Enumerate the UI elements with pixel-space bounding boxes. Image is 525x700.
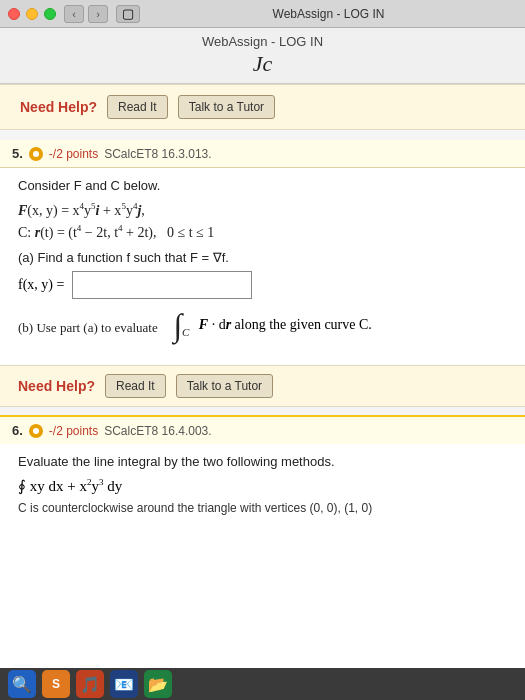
read-it-button-p5[interactable]: Read It bbox=[105, 374, 166, 398]
integral-subscript: C bbox=[182, 326, 189, 338]
problem-5-dot bbox=[29, 147, 43, 161]
f-label: f(x, y) = bbox=[18, 277, 64, 293]
vector-field-line: F(x, y) = x4y5i + x5y4j, bbox=[18, 201, 507, 219]
problem-6-body: Evaluate the line integral by the two fo… bbox=[0, 444, 525, 525]
problem-5-number: 5. bbox=[12, 146, 23, 161]
dock-icon-app2[interactable]: 📧 bbox=[110, 670, 138, 698]
site-subtitle: Jc bbox=[0, 51, 525, 77]
problem-6-header: 6. -/2 points SCalcET8 16.4.003. bbox=[0, 415, 525, 444]
curve-line: C: r(t) = (t4 − 2t, t4 + 2t), 0 ≤ t ≤ 1 bbox=[18, 223, 507, 241]
title-text: WebAssign - LOG IN bbox=[273, 7, 385, 21]
traffic-lights bbox=[8, 8, 56, 20]
dock-icon-finder[interactable]: 🔍 bbox=[8, 670, 36, 698]
close-button[interactable] bbox=[8, 8, 20, 20]
problem-5-intro: Consider F and C below. bbox=[18, 178, 507, 193]
integral-symbol: ∫ bbox=[173, 307, 182, 343]
need-help-bar-top: Need Help? Read It Talk to a Tutor bbox=[0, 84, 525, 130]
problem-5-header: 5. -/2 points SCalcET8 16.3.013. bbox=[0, 140, 525, 168]
nav-buttons: ‹ › ▢ bbox=[64, 5, 140, 23]
part-a-input-row: f(x, y) = bbox=[18, 271, 507, 299]
back-button[interactable]: ‹ bbox=[64, 5, 84, 23]
dock-icon-app3[interactable]: 📂 bbox=[144, 670, 172, 698]
read-it-button-top[interactable]: Read It bbox=[107, 95, 168, 119]
title-bar: ‹ › ▢ WebAssign - LOG IN bbox=[0, 0, 525, 28]
vector-field: F(x, y) = x4y5i + x5y4j, C: r(t) = (t4 −… bbox=[18, 201, 507, 240]
problem-6-number: 6. bbox=[12, 423, 23, 438]
problem-5-body: Consider F and C below. F(x, y) = x4y5i … bbox=[0, 168, 525, 361]
problem-6-subtext: C is counterclockwise around the triangl… bbox=[18, 501, 507, 515]
part-a-label: (a) Find a function f such that F = ∇f. bbox=[18, 250, 507, 265]
problem-6-integral: ∮ xy dx + x2y3 dy bbox=[18, 477, 507, 495]
problem-5-points: -/2 points bbox=[49, 147, 98, 161]
site-title: WebAssign - LOG IN bbox=[0, 34, 525, 49]
need-help-bar-p5: Need Help? Read It Talk to a Tutor bbox=[0, 365, 525, 407]
talk-to-tutor-button-p5[interactable]: Talk to a Tutor bbox=[176, 374, 273, 398]
part-b-label: (b) Use part (a) to evaluate bbox=[18, 320, 158, 336]
minimize-button[interactable] bbox=[26, 8, 38, 20]
tab-button[interactable]: ▢ bbox=[116, 5, 140, 23]
maximize-button[interactable] bbox=[44, 8, 56, 20]
f-input[interactable] bbox=[72, 271, 252, 299]
integral-body: F · dr along the given curve C. bbox=[195, 317, 372, 333]
dock-icon-safari[interactable]: S bbox=[42, 670, 70, 698]
part-b-row: (b) Use part (a) to evaluate ∫ C F · dr … bbox=[18, 309, 507, 341]
dock-icon-app1[interactable]: 🎵 bbox=[76, 670, 104, 698]
talk-to-tutor-button-top[interactable]: Talk to a Tutor bbox=[178, 95, 275, 119]
top-banner: WebAssign - LOG IN Jc bbox=[0, 28, 525, 84]
problem-6-dot bbox=[29, 424, 43, 438]
problem-6-points: -/2 points bbox=[49, 424, 98, 438]
problem-6-intro: Evaluate the line integral by the two fo… bbox=[18, 454, 507, 469]
problem-5-code: SCalcET8 16.3.013. bbox=[104, 147, 211, 161]
problem-6-code: SCalcET8 16.4.003. bbox=[104, 424, 211, 438]
dock: 🔍 S 🎵 📧 📂 bbox=[0, 668, 525, 700]
need-help-label-p5: Need Help? bbox=[18, 378, 95, 394]
page-title: WebAssign - LOG IN bbox=[140, 7, 517, 21]
need-help-label-top: Need Help? bbox=[20, 99, 97, 115]
forward-button[interactable]: › bbox=[88, 5, 108, 23]
browser-content: WebAssign - LOG IN Jc Need Help? Read It… bbox=[0, 28, 525, 700]
